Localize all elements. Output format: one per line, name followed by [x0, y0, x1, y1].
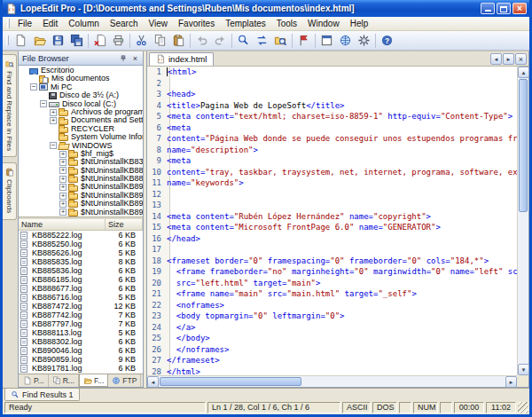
- fullscreen-button[interactable]: [317, 32, 336, 49]
- save-all-button[interactable]: [67, 32, 86, 49]
- options-button[interactable]: [355, 32, 373, 49]
- tab-scroll-left-button[interactable]: ◄: [490, 53, 502, 65]
- tree-item-disco-de-3-a[interactable]: Disco de 3½ (A:): [19, 91, 143, 99]
- horizontal-scroll-thumb[interactable]: [160, 377, 301, 386]
- expand-icon[interactable]: +: [59, 159, 66, 166]
- open-file-button[interactable]: [30, 32, 49, 49]
- title-bar[interactable]: LopeEdit Pro - [D:\Documents and Setting…: [3, 0, 529, 17]
- file-row-kb888677-log[interactable]: KB888677.log6 KB: [19, 284, 143, 293]
- sidebar-tab-p[interactable]: P...: [20, 374, 49, 387]
- file-row-kb886185-log[interactable]: KB886185.log6 KB: [19, 275, 143, 284]
- file-row-kb888302-log[interactable]: KB888302.log6 KB: [19, 337, 143, 346]
- maximize-button[interactable]: [497, 3, 511, 14]
- file-row-kb887742-log[interactable]: KB887742.log7 KB: [19, 311, 143, 319]
- expand-icon[interactable]: +: [59, 193, 66, 200]
- tree-item-archivos-de-programa[interactable]: +Archivos de programa: [19, 108, 143, 116]
- expand-icon[interactable]: +: [59, 167, 66, 174]
- tab-index-html[interactable]: index.html: [149, 52, 214, 66]
- tree-item-system-volume-information[interactable]: System Volume Information: [19, 133, 143, 141]
- tree-item-windows[interactable]: −WINDOWS: [19, 142, 143, 150]
- tree-item-hf-mig[interactable]: +$hf_mig$: [19, 150, 143, 158]
- column-header-size[interactable]: Size: [106, 219, 143, 230]
- file-row-kb891781-log[interactable]: KB891781.log6 KB: [19, 364, 143, 373]
- vertical-scrollbar[interactable]: ▲ ▼: [517, 67, 528, 375]
- menu-edit[interactable]: Edit: [37, 18, 63, 29]
- menu-window[interactable]: Window: [302, 18, 345, 29]
- tree-item-ntuninstallkb896688[interactable]: +$NtUninstallKB896688$: [19, 208, 143, 216]
- menu-favorites[interactable]: Favorites: [173, 18, 220, 29]
- tree-item-ntuninstallkb835221[interactable]: +$NtUninstallKB835221$: [19, 158, 143, 166]
- menubar-grip[interactable]: [7, 19, 10, 28]
- tree-item-escritorio[interactable]: Escritorio: [19, 67, 143, 75]
- close-file-button[interactable]: [90, 32, 109, 49]
- save-file-button[interactable]: [49, 32, 67, 49]
- redo-button[interactable]: [211, 32, 230, 49]
- collapse-icon[interactable]: −: [40, 100, 47, 107]
- menu-column[interactable]: Column: [63, 18, 104, 29]
- menu-file[interactable]: File: [12, 18, 37, 29]
- file-row-kb887472-log[interactable]: KB887472.log12 KB: [19, 302, 143, 311]
- code-editor[interactable]: 1<html>23<head>4<title>Pagina Web de Lop…: [147, 67, 517, 375]
- file-row-kb885250-log[interactable]: KB885250.log6 KB: [19, 240, 143, 248]
- expand-icon[interactable]: +: [59, 176, 66, 183]
- tree-item-ntuninstallkb894238[interactable]: +$NtUninstallKB894238$: [19, 192, 143, 200]
- tree-item-mis-documentos[interactable]: Mis documentos: [19, 75, 143, 83]
- collapse-icon[interactable]: −: [50, 142, 57, 149]
- resize-grip[interactable]: [518, 402, 528, 413]
- tree-item-disco-local-c[interactable]: −Disco local (C:): [19, 100, 143, 108]
- horizontal-scrollbar[interactable]: ◄ ►: [147, 375, 517, 387]
- expand-icon[interactable]: +: [59, 208, 66, 216]
- close-button[interactable]: ×: [512, 3, 527, 14]
- scroll-up-button[interactable]: ▲: [518, 67, 529, 78]
- undo-button[interactable]: [192, 32, 211, 49]
- panel-close-button[interactable]: ×: [129, 53, 141, 64]
- menu-view[interactable]: View: [144, 18, 174, 29]
- file-row-kb890859-log[interactable]: KB890859.log9 KB: [19, 355, 143, 364]
- find-results-tab[interactable]: Find Results 1: [4, 389, 80, 401]
- expand-icon[interactable]: +: [59, 184, 66, 191]
- tab-close-button[interactable]: ×: [515, 53, 527, 65]
- bookmark-button[interactable]: [294, 32, 313, 49]
- file-row-kb885836-log[interactable]: KB885836.log6 KB: [19, 266, 143, 275]
- tab-scroll-right-button[interactable]: ►: [503, 53, 514, 65]
- tree-item-ntuninstallkb896428[interactable]: +$NtUninstallKB896428$: [19, 200, 143, 208]
- file-row-kb885626-log[interactable]: KB885626.log5 KB: [19, 248, 143, 257]
- tree-item-documents-and-settings[interactable]: +Documents and Settings: [19, 116, 143, 124]
- file-row-kb885835-log[interactable]: KB885835.log8 KB: [19, 257, 143, 266]
- toolbar-grip[interactable]: [6, 35, 9, 45]
- file-row-kb888113-log[interactable]: KB888113.log5 KB: [19, 328, 143, 337]
- menu-templates[interactable]: Templates: [220, 18, 271, 29]
- file-row-kb886716-log[interactable]: KB886716.log5 KB: [19, 293, 143, 302]
- collapse-icon[interactable]: −: [30, 83, 37, 90]
- horizontal-scroll-track[interactable]: [302, 376, 505, 387]
- replace-button[interactable]: [253, 32, 271, 49]
- copy-button[interactable]: [151, 32, 169, 49]
- sidebar-tab-r[interactable]: R...: [49, 374, 79, 387]
- tree-item-mi-pc[interactable]: −Mi PC: [19, 83, 143, 91]
- vertical-tab-clipboards[interactable]: Clipboards: [3, 162, 17, 219]
- tree-item-recycler[interactable]: RECYCLER: [19, 125, 143, 133]
- menu-search[interactable]: Search: [105, 18, 144, 29]
- auto-hide-pin-button[interactable]: [117, 53, 129, 64]
- expand-icon[interactable]: +: [59, 151, 66, 158]
- menu-tools[interactable]: Tools: [271, 18, 302, 29]
- sidebar-tab-ftp[interactable]: FTP: [108, 374, 141, 387]
- scroll-left-button[interactable]: ◄: [147, 376, 159, 388]
- file-row-kb885222-log[interactable]: KB885222.log6 KB: [19, 231, 143, 240]
- column-header-name[interactable]: Name: [19, 219, 106, 230]
- file-row-kb890046-log[interactable]: KB890046.log6 KB: [19, 346, 143, 355]
- find-button[interactable]: [234, 32, 253, 49]
- scroll-right-button[interactable]: ►: [505, 376, 517, 388]
- vertical-scroll-thumb[interactable]: [519, 79, 528, 212]
- menu-help[interactable]: Help: [345, 18, 374, 29]
- find-in-files-button[interactable]: [271, 32, 290, 49]
- tree-item-ntuninstallkb887472[interactable]: +$NtUninstallKB887472$: [19, 167, 143, 175]
- new-file-button[interactable]: [12, 32, 30, 49]
- tree-item-ntuninstallkb887756[interactable]: +$NtUninstallKB887756$: [19, 175, 143, 183]
- expand-icon[interactable]: +: [50, 117, 57, 124]
- file-row-kb887797-log[interactable]: KB887797.log7 KB: [19, 319, 143, 328]
- help-button[interactable]: ?: [378, 32, 396, 49]
- sidebar-tab-f[interactable]: F...: [79, 374, 108, 387]
- print-button[interactable]: [109, 32, 128, 49]
- scroll-down-button[interactable]: ▼: [518, 364, 529, 375]
